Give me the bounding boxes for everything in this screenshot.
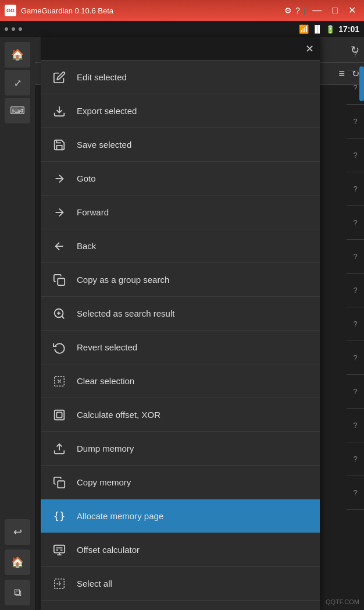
menu-item-forward[interactable]: Forward <box>41 196 320 229</box>
help-icon-selected-search-result[interactable]: ? <box>347 172 364 206</box>
menu-item-clear-selection[interactable]: Clear selection <box>41 364 320 398</box>
menu-item-icon-selected-search-result <box>50 304 69 323</box>
help-icon-dump-memory[interactable]: ? <box>347 307 364 341</box>
help-icon-copy-group-search[interactable]: ? <box>347 139 364 172</box>
menu-item-label-revert-selected: Revert selected <box>77 342 137 352</box>
svg-rect-12 <box>55 410 65 420</box>
menu-item-label-clear-selection: Clear selection <box>77 376 134 386</box>
sidebar-item-home-nav[interactable]: 🏠 <box>5 549 30 575</box>
content-area: ⏸ ⤢ http://gameguardian.net/download ↻ ⏸… <box>35 37 364 610</box>
help-icon-revert-selected[interactable]: ? <box>347 206 364 240</box>
menu-item-back[interactable]: Back <box>41 229 320 263</box>
context-menu: ✕ Edit selectedExport selectedSave selec… <box>41 37 320 610</box>
help-icon-back[interactable]: ? <box>347 105 364 139</box>
menu-item-icon-select-all <box>50 574 69 593</box>
app-icon: GG <box>5 5 16 16</box>
menu-item-label-copy-memory: Copy memory <box>77 477 131 487</box>
menu-item-label-allocate-memory: Allocate memory page <box>77 511 163 521</box>
menu-item-invert-selection[interactable]: Invert selection <box>41 601 320 610</box>
menu-item-label-calculate-offset: Calculate offset, XOR <box>77 410 160 420</box>
menu-item-offset-calculator[interactable]: Offset calculator <box>41 533 320 567</box>
minimize-button[interactable]: — <box>309 5 325 16</box>
svg-rect-4 <box>58 278 65 285</box>
menu-item-icon-save-selected <box>50 136 69 154</box>
maximize-button[interactable]: □ <box>329 5 341 16</box>
menu-item-icon-invert-selection <box>50 608 69 611</box>
scroll-indicator[interactable] <box>359 66 364 101</box>
menu-item-dump-memory[interactable]: Dump memory <box>41 432 320 466</box>
menu-item-allocate-memory[interactable]: {}Allocate memory page <box>41 499 320 533</box>
menu-item-revert-selected[interactable]: Revert selected <box>41 331 320 364</box>
svg-line-6 <box>62 316 64 318</box>
help-icon-offset-calculator[interactable]: ? <box>347 409 364 442</box>
menu-item-label-offset-calculator: Offset calculator <box>77 545 140 555</box>
svg-rect-16 <box>54 545 65 552</box>
sidebar-item-expand[interactable]: ⤢ <box>5 70 30 95</box>
help-icon-allocate-memory[interactable]: ? <box>347 375 364 409</box>
status-bar: 📶 ▐▌ 🔋 17:01 <box>0 21 364 37</box>
menu-item-label-edit-selected: Edit selected <box>77 72 127 82</box>
menu-item-edit-selected[interactable]: Edit selected <box>41 61 320 94</box>
sidebar-item-keyboard[interactable]: ⌨ <box>5 98 30 123</box>
menu-item-icon-calculate-offset <box>50 406 69 424</box>
sidebar-item-back[interactable]: ↩ <box>5 519 30 545</box>
menu-item-select-all[interactable]: Select all <box>41 567 320 601</box>
app-title: GameGuardian 0.10.6 Beta <box>21 6 284 15</box>
status-dot-2 <box>12 27 15 31</box>
status-right: 📶 ▐▌ 🔋 17:01 <box>299 24 359 34</box>
svg-rect-15 <box>58 481 65 488</box>
menu-item-icon-copy-group-search <box>50 271 69 289</box>
home-icon: 🏠 <box>11 48 24 61</box>
menu-item-label-back: Back <box>77 241 96 251</box>
status-left <box>5 27 22 31</box>
home-nav-icon: 🏠 <box>11 556 24 569</box>
time-display: 17:01 <box>338 24 359 34</box>
menu-item-export-selected[interactable]: Export selected <box>41 94 320 128</box>
expand-icon: ⤢ <box>14 77 22 88</box>
overlay-right: ?????????????? <box>320 37 364 610</box>
menu-item-selected-search-result[interactable]: Selected as search result <box>41 297 320 331</box>
svg-rect-13 <box>56 412 62 417</box>
help-icon-copy-memory[interactable]: ? <box>347 341 364 375</box>
menu-item-label-forward: Forward <box>77 207 109 217</box>
menu-item-icon-export-selected <box>50 102 69 120</box>
settings-icon[interactable]: ⚙ <box>284 6 292 15</box>
menu-item-copy-memory[interactable]: Copy memory <box>41 466 320 499</box>
menu-item-label-goto: Goto <box>77 173 96 183</box>
window-controls: ⚙ ? | — □ ✕ <box>284 5 359 16</box>
status-dot-3 <box>19 27 22 31</box>
copy-nav-icon: ⧉ <box>14 587 22 599</box>
menu-item-goto[interactable]: Goto <box>41 162 320 196</box>
menu-item-icon-allocate-memory: {} <box>50 507 69 526</box>
close-button[interactable]: ✕ <box>345 5 359 16</box>
menu-item-icon-back <box>50 237 69 256</box>
sidebar-item-copy-nav[interactable]: ⧉ <box>5 580 30 605</box>
menu-item-label-export-selected: Export selected <box>77 106 137 116</box>
question-marks-column: ?????????????? <box>347 37 364 610</box>
menu-item-copy-group-search[interactable]: Copy as a group search <box>41 263 320 297</box>
context-menu-close[interactable]: ✕ <box>305 42 314 55</box>
menu-item-label-selected-search-result: Selected as search result <box>77 308 174 318</box>
title-bar: GG GameGuardian 0.10.6 Beta ⚙ ? | — □ ✕ <box>0 0 364 21</box>
help-icon-invert-selection[interactable]: ? <box>347 476 364 510</box>
back-nav-icon: ↩ <box>13 526 22 538</box>
help-icon-select-all[interactable]: ? <box>347 442 364 476</box>
menu-item-icon-clear-selection <box>50 372 69 391</box>
context-menu-header: ✕ <box>41 37 320 61</box>
menu-item-save-selected[interactable]: Save selected <box>41 128 320 162</box>
menu-item-icon-forward <box>50 203 69 222</box>
help-icon-calculate-offset[interactable]: ? <box>347 274 364 307</box>
menu-item-icon-dump-memory <box>50 439 69 458</box>
menu-item-icon-goto <box>50 169 69 188</box>
help-icon[interactable]: ? <box>295 6 300 15</box>
menu-items-list: Edit selectedExport selectedSave selecte… <box>41 61 320 610</box>
menu-item-calculate-offset[interactable]: Calculate offset, XOR <box>41 398 320 432</box>
wifi-icon: 📶 <box>299 24 309 34</box>
menu-item-label-save-selected: Save selected <box>77 140 131 150</box>
menu-item-icon-offset-calculator <box>50 541 69 559</box>
status-dot-1 <box>5 27 8 31</box>
help-icon-clear-selection[interactable]: ? <box>347 240 364 274</box>
menu-item-label-dump-memory: Dump memory <box>77 444 134 453</box>
sidebar-item-home[interactable]: 🏠 <box>5 42 30 68</box>
menu-item-icon-revert-selected <box>50 338 69 357</box>
